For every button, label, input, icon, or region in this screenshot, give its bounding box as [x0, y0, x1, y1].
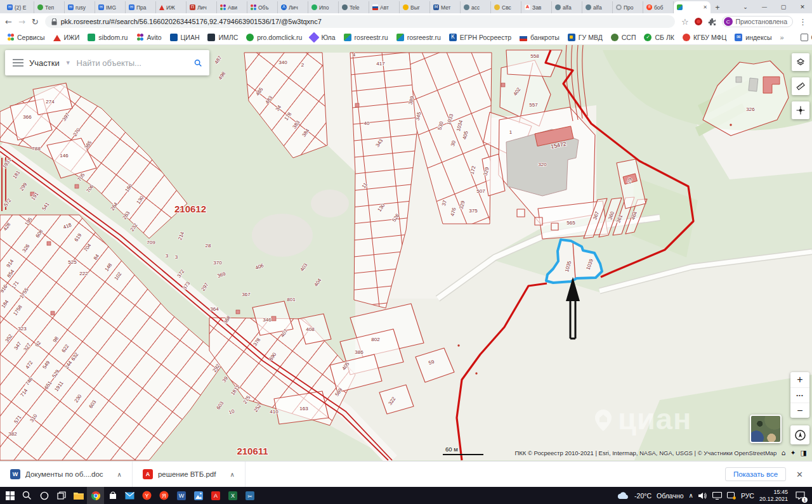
browser-tab[interactable]: alfa [552, 1, 582, 13]
tab-search-icon[interactable]: ⌄ [736, 4, 755, 10]
bookmark-item[interactable]: ИМЛС [207, 34, 238, 41]
bookmark-item[interactable]: КГБУ МФЦ [683, 34, 726, 41]
browser-tab[interactable]: ΛЛич [278, 1, 308, 13]
new-tab-button[interactable]: + [710, 1, 724, 13]
forward-icon[interactable]: → [18, 17, 25, 27]
close-button[interactable]: ✕ [793, 4, 812, 10]
extensions-puzzle-icon[interactable] [708, 18, 716, 26]
network-display-icon[interactable] [712, 492, 722, 500]
extension-red-icon[interactable] [695, 18, 702, 25]
browser-tab[interactable]: Ави [217, 1, 247, 13]
basemap-preview[interactable] [750, 415, 782, 443]
search-icon[interactable] [194, 58, 202, 68]
browser-tab[interactable]: Ябоб [643, 1, 674, 13]
bookmark-item[interactable]: ✓СБ ЛК [644, 34, 674, 41]
browser-tab[interactable]: Свс [491, 1, 521, 13]
bookmark-item[interactable]: КЕГРН Росреестр [449, 34, 511, 41]
weather-temp[interactable]: -20°C [634, 492, 652, 500]
action-center-button[interactable]: 1 [793, 489, 807, 503]
search-category-dropdown[interactable]: Участки [29, 58, 60, 68]
browser-tab[interactable]: ✉(2) Е [4, 1, 34, 13]
panel-icon[interactable]: ◨ [801, 449, 807, 457]
app-notification-icon[interactable] [727, 492, 736, 500]
browser-tab[interactable]: Tele [339, 1, 369, 13]
taskbar-search-icon[interactable] [18, 487, 36, 504]
file-explorer-icon[interactable] [70, 487, 87, 504]
bookmark-item[interactable]: ИЖИ [53, 34, 80, 41]
weather-desc[interactable]: Облачно [657, 492, 684, 500]
snipping-tool-icon[interactable]: ✂ [241, 487, 258, 504]
download-item[interactable]: WДокументы по об....doc∧ [0, 462, 133, 487]
word-icon[interactable]: W [173, 487, 190, 504]
bookmarks-overflow-icon[interactable]: » [780, 34, 783, 41]
browser-tab-active[interactable]: ✕ [674, 1, 710, 13]
browser-tab[interactable]: ПЛич [187, 1, 217, 13]
browser-tab[interactable]: Ипо [308, 1, 339, 13]
locate-button[interactable] [790, 425, 809, 444]
language-indicator[interactable]: РУС [741, 492, 754, 500]
maximize-button[interactable]: ▢ [774, 4, 793, 10]
bookmark-item[interactable]: Юла [310, 34, 335, 41]
show-all-downloads-button[interactable]: Показать все [725, 467, 786, 481]
url-text[interactable]: pkk.rosreestr.ru/#/search/56.16602026344… [61, 18, 322, 25]
download-menu-chevron-icon[interactable]: ∧ [117, 471, 122, 478]
photos-icon[interactable] [190, 487, 207, 504]
browser-tab[interactable]: Выг [400, 1, 430, 13]
zoom-out-button[interactable]: − [790, 403, 809, 418]
browser-tab[interactable]: ММет [430, 1, 461, 13]
cadastral-map-canvas[interactable]: 2743663972703657881461931181299191705706… [0, 45, 812, 461]
download-filename[interactable]: решение ВТБ.pdf [158, 470, 216, 478]
measure-button[interactable] [792, 77, 809, 95]
bookmark-item[interactable]: rosreestr.ru [344, 34, 388, 41]
menu-icon[interactable] [13, 59, 23, 67]
cortana-icon[interactable] [36, 487, 53, 504]
browser-tab[interactable]: ИЖ [156, 1, 187, 13]
center-icon[interactable]: ✦ [790, 449, 796, 457]
tray-chevron-icon[interactable]: ∧ [689, 492, 693, 499]
yandex-browser-icon[interactable]: Y [138, 487, 155, 504]
tab-close-icon[interactable]: ✕ [703, 4, 707, 10]
bookmark-item[interactable]: pro.domclick.ru [246, 34, 302, 41]
address-bar[interactable]: pkk.rosreestr.ru/#/search/56.16602026344… [45, 15, 675, 28]
bookmark-item[interactable]: банкроты [520, 34, 560, 41]
excel-icon[interactable]: X [224, 487, 241, 504]
zoom-levels-button[interactable]: ••• [790, 387, 809, 403]
store-icon[interactable] [104, 487, 121, 504]
browser-tab[interactable]: Объ [247, 1, 278, 13]
bookmark-item[interactable]: sibdom.ru [88, 34, 128, 41]
home-icon[interactable]: ⌂ [781, 449, 785, 457]
browser-tab[interactable]: Теп [34, 1, 65, 13]
mail-icon[interactable] [121, 487, 138, 504]
browser-tab[interactable]: АЗав [521, 1, 552, 13]
bookmark-item[interactable]: Сервисы [6, 34, 45, 41]
minimize-button[interactable]: — [755, 4, 774, 10]
clock[interactable]: 15:45 20.12.2021 [759, 489, 788, 503]
yandex-icon[interactable]: Я [155, 487, 173, 504]
bookmark-item[interactable]: ССП [611, 34, 636, 41]
bookmark-item[interactable]: Avito [136, 34, 161, 41]
bookmark-item[interactable]: ✉индексы [735, 34, 771, 41]
back-icon[interactable]: ← [5, 17, 12, 27]
bookmark-star-icon[interactable]: ☆ [681, 17, 689, 27]
start-button[interactable] [1, 487, 18, 504]
acrobat-icon[interactable]: A [207, 487, 224, 504]
browser-tab[interactable]: Авт [369, 1, 400, 13]
browser-tab[interactable]: Про [613, 1, 643, 13]
task-view-icon[interactable] [53, 487, 70, 504]
download-menu-chevron-icon[interactable]: ∧ [230, 471, 234, 478]
position-button[interactable] [792, 101, 809, 119]
bookmark-item[interactable]: ЦИАН [170, 34, 200, 41]
browser-tab[interactable]: ✉IMG [95, 1, 126, 13]
search-input[interactable] [77, 58, 188, 68]
zoom-in-button[interactable]: + [790, 372, 809, 387]
bookmark-item[interactable]: ГУ МВД [568, 34, 603, 41]
browser-tab[interactable]: alfa [582, 1, 613, 13]
download-filename[interactable]: Документы по об....doc [25, 470, 103, 478]
browser-tab[interactable]: ✉rusy [65, 1, 95, 13]
close-downloads-icon[interactable]: ✕ [796, 470, 803, 479]
download-item[interactable]: Aрешение ВТБ.pdf∧ [133, 462, 246, 487]
bookmark-item[interactable]: rosreestr.ru [396, 34, 441, 41]
map-viewport[interactable]: 2743663972703657881461931181299191705706… [0, 45, 812, 461]
reading-list-button[interactable]: Список для чтения [801, 34, 812, 41]
menu-dots-icon[interactable]: ⋮ [799, 17, 807, 27]
